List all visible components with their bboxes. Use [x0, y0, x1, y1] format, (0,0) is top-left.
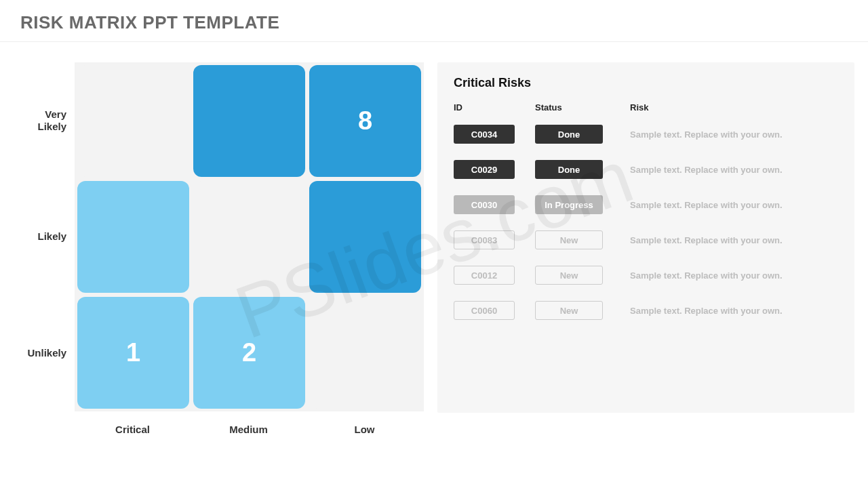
risk-text: Sample text. Replace with your own. — [630, 306, 838, 316]
risk-id-pill: C0060 — [454, 301, 515, 320]
header: RISK MATRIX PPT TEMPLATE — [0, 0, 868, 42]
matrix-cell: 1 — [77, 297, 189, 409]
risk-text: Sample text. Replace with your own. — [630, 165, 838, 175]
matrix-cell — [77, 181, 189, 293]
risk-text: Sample text. Replace with your own. — [630, 270, 838, 281]
risks-panel: Critical Risks ID Status Risk C0034DoneS… — [437, 62, 854, 413]
y-axis-labels: Very Likely Likely Unlikely — [14, 62, 75, 411]
x-label-low: Low — [307, 411, 422, 435]
matrix-body: Very Likely Likely Unlikely 812 — [14, 62, 424, 411]
risk-status-pill: New — [535, 230, 603, 249]
risk-status-pill: New — [535, 266, 603, 285]
risk-row: C0029DoneSample text. Replace with your … — [454, 160, 838, 179]
risk-id-pill: C0012 — [454, 266, 515, 285]
risk-id-pill: C0034 — [454, 125, 515, 144]
risk-matrix: Very Likely Likely Unlikely 812 Critical… — [14, 62, 424, 435]
x-axis-labels: Critical Medium Low — [75, 411, 422, 435]
matrix-grid: 812 — [75, 62, 424, 411]
risk-row: C0030In ProgressSample text. Replace wit… — [454, 195, 838, 214]
risk-status-pill: Done — [535, 125, 603, 144]
x-label-medium: Medium — [191, 411, 307, 435]
risk-status-pill: Done — [535, 160, 603, 179]
risk-id-pill: C0030 — [454, 195, 515, 214]
risk-row: C0034DoneSample text. Replace with your … — [454, 125, 838, 144]
risks-title: Critical Risks — [454, 76, 838, 90]
y-label-unlikely: Unlikely — [14, 298, 75, 409]
risk-row: C0060NewSample text. Replace with your o… — [454, 301, 838, 320]
matrix-cell — [193, 181, 305, 293]
risk-text: Sample text. Replace with your own. — [630, 200, 838, 210]
page-title: RISK MATRIX PPT TEMPLATE — [20, 12, 848, 33]
risk-status-pill: New — [535, 301, 603, 320]
risks-rows: C0034DoneSample text. Replace with your … — [454, 125, 838, 320]
x-label-critical: Critical — [75, 411, 191, 435]
risk-row: C0012NewSample text. Replace with your o… — [454, 266, 838, 285]
risk-status-pill: In Progress — [535, 195, 603, 214]
header-id: ID — [454, 102, 535, 113]
risk-text: Sample text. Replace with your own. — [630, 235, 838, 245]
risk-text: Sample text. Replace with your own. — [630, 129, 838, 140]
y-label-likely: Likely — [14, 181, 75, 293]
matrix-cell — [193, 65, 305, 177]
matrix-cell — [77, 65, 189, 177]
header-status: Status — [535, 102, 630, 113]
risk-row: C0083NewSample text. Replace with your o… — [454, 230, 838, 249]
risks-header: ID Status Risk — [454, 102, 838, 113]
risk-id-pill: C0029 — [454, 160, 515, 179]
content: Very Likely Likely Unlikely 812 Critical… — [0, 42, 868, 442]
header-risk: Risk — [630, 102, 838, 113]
matrix-cell: 2 — [193, 297, 305, 409]
risk-id-pill: C0083 — [454, 230, 515, 249]
matrix-cell — [309, 181, 421, 293]
matrix-cell: 8 — [309, 65, 421, 177]
matrix-cell — [309, 297, 421, 409]
y-label-very-likely: Very Likely — [14, 64, 75, 176]
